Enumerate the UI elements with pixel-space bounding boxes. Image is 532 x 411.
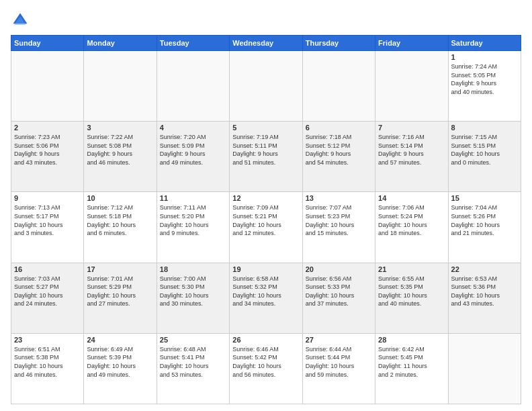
calendar-cell: 10Sunrise: 7:12 AM Sunset: 5:18 PM Dayli… bbox=[84, 192, 157, 263]
calendar-cell: 12Sunrise: 7:09 AM Sunset: 5:21 PM Dayli… bbox=[230, 192, 302, 263]
calendar-cell: 6Sunrise: 7:18 AM Sunset: 5:12 PM Daylig… bbox=[302, 122, 375, 192]
calendar-header-sunday: Sunday bbox=[11, 36, 84, 51]
day-info: Sunrise: 7:12 AM Sunset: 5:18 PM Dayligh… bbox=[87, 203, 153, 237]
day-info: Sunrise: 7:13 AM Sunset: 5:17 PM Dayligh… bbox=[14, 203, 81, 237]
day-info: Sunrise: 7:03 AM Sunset: 5:27 PM Dayligh… bbox=[14, 275, 81, 308]
day-info: Sunrise: 7:22 AM Sunset: 5:08 PM Dayligh… bbox=[87, 133, 153, 167]
day-info: Sunrise: 7:09 AM Sunset: 5:21 PM Dayligh… bbox=[232, 203, 299, 237]
calendar-week-row: 16Sunrise: 7:03 AM Sunset: 5:27 PM Dayli… bbox=[11, 263, 521, 333]
calendar-cell: 15Sunrise: 7:04 AM Sunset: 5:26 PM Dayli… bbox=[448, 192, 521, 263]
day-number: 24 bbox=[87, 336, 153, 344]
day-info: Sunrise: 7:24 AM Sunset: 5:05 PM Dayligh… bbox=[451, 62, 518, 96]
calendar-cell: 19Sunrise: 6:58 AM Sunset: 5:32 PM Dayli… bbox=[230, 263, 302, 333]
calendar-cell: 26Sunrise: 6:46 AM Sunset: 5:42 PM Dayli… bbox=[230, 333, 302, 404]
calendar-cell: 3Sunrise: 7:22 AM Sunset: 5:08 PM Daylig… bbox=[84, 122, 157, 192]
calendar-cell: 14Sunrise: 7:06 AM Sunset: 5:24 PM Dayli… bbox=[375, 192, 448, 263]
calendar-cell bbox=[375, 51, 448, 122]
day-number: 20 bbox=[306, 265, 372, 273]
day-number: 27 bbox=[306, 336, 372, 344]
day-info: Sunrise: 7:11 AM Sunset: 5:20 PM Dayligh… bbox=[160, 203, 226, 237]
day-number: 15 bbox=[451, 194, 518, 202]
day-info: Sunrise: 6:58 AM Sunset: 5:32 PM Dayligh… bbox=[232, 275, 299, 308]
calendar-cell bbox=[84, 51, 157, 122]
calendar-cell: 22Sunrise: 6:53 AM Sunset: 5:36 PM Dayli… bbox=[448, 263, 521, 333]
day-info: Sunrise: 7:20 AM Sunset: 5:09 PM Dayligh… bbox=[160, 133, 226, 167]
calendar-header-thursday: Thursday bbox=[302, 36, 375, 51]
day-info: Sunrise: 7:00 AM Sunset: 5:30 PM Dayligh… bbox=[160, 275, 226, 308]
calendar-week-row: 1Sunrise: 7:24 AM Sunset: 5:05 PM Daylig… bbox=[11, 51, 521, 122]
day-info: Sunrise: 7:23 AM Sunset: 5:06 PM Dayligh… bbox=[14, 133, 81, 167]
day-number: 17 bbox=[87, 265, 153, 273]
day-number: 8 bbox=[451, 124, 518, 132]
calendar-cell: 13Sunrise: 7:07 AM Sunset: 5:23 PM Dayli… bbox=[302, 192, 375, 263]
calendar-header-tuesday: Tuesday bbox=[157, 36, 229, 51]
calendar-cell: 21Sunrise: 6:55 AM Sunset: 5:35 PM Dayli… bbox=[375, 263, 448, 333]
calendar-cell bbox=[230, 51, 302, 122]
day-info: Sunrise: 7:06 AM Sunset: 5:24 PM Dayligh… bbox=[378, 203, 445, 237]
day-number: 5 bbox=[232, 124, 299, 132]
day-info: Sunrise: 6:49 AM Sunset: 5:39 PM Dayligh… bbox=[87, 345, 153, 379]
day-number: 11 bbox=[160, 194, 226, 202]
calendar-header-saturday: Saturday bbox=[448, 36, 521, 51]
day-info: Sunrise: 7:15 AM Sunset: 5:15 PM Dayligh… bbox=[451, 133, 518, 167]
calendar-cell: 27Sunrise: 6:44 AM Sunset: 5:44 PM Dayli… bbox=[302, 333, 375, 404]
calendar-cell: 17Sunrise: 7:01 AM Sunset: 5:29 PM Dayli… bbox=[84, 263, 157, 333]
calendar-week-row: 23Sunrise: 6:51 AM Sunset: 5:38 PM Dayli… bbox=[11, 333, 521, 404]
calendar-cell: 5Sunrise: 7:19 AM Sunset: 5:11 PM Daylig… bbox=[230, 122, 302, 192]
day-number: 23 bbox=[14, 336, 81, 344]
day-info: Sunrise: 7:16 AM Sunset: 5:14 PM Dayligh… bbox=[378, 133, 445, 167]
page: SundayMondayTuesdayWednesdayThursdayFrid… bbox=[0, 0, 532, 411]
day-number: 10 bbox=[87, 194, 153, 202]
calendar-cell: 16Sunrise: 7:03 AM Sunset: 5:27 PM Dayli… bbox=[11, 263, 84, 333]
calendar-cell: 11Sunrise: 7:11 AM Sunset: 5:20 PM Dayli… bbox=[157, 192, 229, 263]
calendar-cell: 24Sunrise: 6:49 AM Sunset: 5:39 PM Dayli… bbox=[84, 333, 157, 404]
day-number: 4 bbox=[160, 124, 226, 132]
calendar-week-row: 9Sunrise: 7:13 AM Sunset: 5:17 PM Daylig… bbox=[11, 192, 521, 263]
day-info: Sunrise: 7:07 AM Sunset: 5:23 PM Dayligh… bbox=[306, 203, 372, 237]
day-info: Sunrise: 7:18 AM Sunset: 5:12 PM Dayligh… bbox=[306, 133, 372, 167]
day-info: Sunrise: 6:55 AM Sunset: 5:35 PM Dayligh… bbox=[378, 275, 445, 308]
calendar-cell: 9Sunrise: 7:13 AM Sunset: 5:17 PM Daylig… bbox=[11, 192, 84, 263]
calendar-cell bbox=[11, 51, 84, 122]
calendar-table: SundayMondayTuesdayWednesdayThursdayFrid… bbox=[11, 35, 521, 404]
logo bbox=[11, 11, 32, 30]
day-info: Sunrise: 6:42 AM Sunset: 5:45 PM Dayligh… bbox=[378, 345, 445, 379]
day-number: 18 bbox=[160, 265, 226, 273]
day-number: 22 bbox=[451, 265, 518, 273]
day-info: Sunrise: 7:01 AM Sunset: 5:29 PM Dayligh… bbox=[87, 275, 153, 308]
calendar-cell: 28Sunrise: 6:42 AM Sunset: 5:45 PM Dayli… bbox=[375, 333, 448, 404]
calendar-cell bbox=[157, 51, 229, 122]
day-number: 19 bbox=[232, 265, 299, 273]
calendar-cell bbox=[448, 333, 521, 404]
day-number: 13 bbox=[306, 194, 372, 202]
calendar-header-row: SundayMondayTuesdayWednesdayThursdayFrid… bbox=[11, 36, 521, 51]
day-number: 28 bbox=[378, 336, 445, 344]
day-info: Sunrise: 6:56 AM Sunset: 5:33 PM Dayligh… bbox=[306, 275, 372, 308]
calendar-cell: 18Sunrise: 7:00 AM Sunset: 5:30 PM Dayli… bbox=[157, 263, 229, 333]
day-number: 12 bbox=[232, 194, 299, 202]
calendar-header-wednesday: Wednesday bbox=[230, 36, 302, 51]
calendar-header-friday: Friday bbox=[375, 36, 448, 51]
day-number: 25 bbox=[160, 336, 226, 344]
calendar-cell: 4Sunrise: 7:20 AM Sunset: 5:09 PM Daylig… bbox=[157, 122, 229, 192]
calendar-header-monday: Monday bbox=[84, 36, 157, 51]
day-number: 6 bbox=[306, 124, 372, 132]
day-info: Sunrise: 6:53 AM Sunset: 5:36 PM Dayligh… bbox=[451, 275, 518, 308]
day-info: Sunrise: 7:04 AM Sunset: 5:26 PM Dayligh… bbox=[451, 203, 518, 237]
calendar-cell: 1Sunrise: 7:24 AM Sunset: 5:05 PM Daylig… bbox=[448, 51, 521, 122]
day-number: 16 bbox=[14, 265, 81, 273]
logo-icon bbox=[11, 11, 30, 30]
day-number: 9 bbox=[14, 194, 81, 202]
day-info: Sunrise: 6:44 AM Sunset: 5:44 PM Dayligh… bbox=[306, 345, 372, 379]
calendar-cell: 23Sunrise: 6:51 AM Sunset: 5:38 PM Dayli… bbox=[11, 333, 84, 404]
calendar-cell bbox=[302, 51, 375, 122]
calendar-cell: 2Sunrise: 7:23 AM Sunset: 5:06 PM Daylig… bbox=[11, 122, 84, 192]
day-number: 21 bbox=[378, 265, 445, 273]
header bbox=[11, 11, 521, 30]
calendar-week-row: 2Sunrise: 7:23 AM Sunset: 5:06 PM Daylig… bbox=[11, 122, 521, 192]
day-info: Sunrise: 6:46 AM Sunset: 5:42 PM Dayligh… bbox=[232, 345, 299, 379]
day-number: 26 bbox=[232, 336, 299, 344]
day-number: 1 bbox=[451, 53, 518, 61]
calendar-cell: 20Sunrise: 6:56 AM Sunset: 5:33 PM Dayli… bbox=[302, 263, 375, 333]
calendar-cell: 8Sunrise: 7:15 AM Sunset: 5:15 PM Daylig… bbox=[448, 122, 521, 192]
